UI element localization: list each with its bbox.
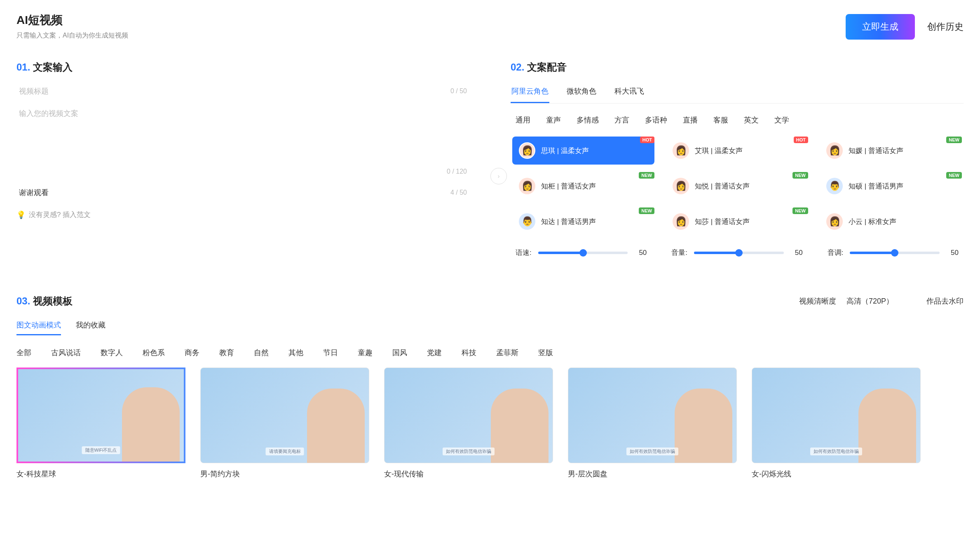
- template-caption: 如何有效防范电信诈骗: [810, 448, 862, 455]
- ending-text-input[interactable]: 谢谢观看: [19, 188, 49, 198]
- template-category-tab[interactable]: 教育: [219, 348, 234, 358]
- new-badge: NEW: [792, 172, 808, 179]
- template-name: 男-简约方块: [200, 469, 369, 479]
- slider-label: 音调:: [828, 248, 844, 257]
- voice-category-tab[interactable]: 英文: [744, 115, 759, 125]
- template-card[interactable]: 如何有效防范电信诈骗男-层次圆盘: [568, 368, 737, 479]
- clarity-label: 视频清晰度: [799, 297, 836, 305]
- template-thumbnail: 如何有效防范电信诈骗: [568, 368, 737, 463]
- new-badge: NEW: [792, 207, 808, 214]
- voice-label: 思琪 | 温柔女声: [541, 146, 589, 155]
- slider[interactable]: [694, 252, 784, 254]
- avatar-icon: 👩: [519, 178, 535, 194]
- avatar-icon: 👨: [826, 178, 843, 194]
- page-title: AI短视频: [16, 12, 128, 28]
- template-category-tab[interactable]: 竖版: [538, 348, 553, 358]
- new-badge: NEW: [946, 172, 962, 179]
- template-card[interactable]: 如何有效防范电信诈骗女-现代传输: [384, 368, 553, 479]
- title-counter: 0 / 50: [450, 87, 467, 95]
- bulb-icon: 💡: [16, 210, 26, 219]
- template-category-tab[interactable]: 全部: [16, 348, 31, 358]
- clarity-select[interactable]: 高清（720P）: [846, 297, 893, 305]
- template-category-tab[interactable]: 商务: [185, 348, 199, 358]
- slider[interactable]: [538, 252, 628, 254]
- voice-category-tab[interactable]: 多情感: [577, 115, 599, 125]
- voice-card[interactable]: 👩知莎 | 普通话女声NEW: [666, 207, 808, 236]
- voice-category-tab[interactable]: 方言: [614, 115, 629, 125]
- avatar-icon: 👩: [826, 142, 843, 159]
- template-category-tab[interactable]: 国风: [392, 348, 407, 358]
- provider-tab[interactable]: 科大讯飞: [614, 86, 645, 103]
- voice-label: 知媛 | 普通话女声: [849, 146, 903, 155]
- voice-category-tab[interactable]: 客服: [713, 115, 728, 125]
- template-category-tab[interactable]: 数字人: [101, 348, 123, 358]
- voice-label: 知达 | 普通话男声: [541, 217, 596, 226]
- voice-card[interactable]: 👨知硕 | 普通话男声NEW: [820, 172, 962, 200]
- new-badge: NEW: [639, 172, 654, 179]
- page-subtitle: 只需输入文案，AI自动为你生成短视频: [16, 31, 128, 40]
- section1-number: 01.: [16, 61, 30, 73]
- template-card[interactable]: 随意WiFi不乱点女-科技星球: [16, 368, 185, 479]
- avatar-icon: 👩: [673, 142, 689, 159]
- voice-card[interactable]: 👨知达 | 普通话男声NEW: [512, 207, 654, 236]
- history-link[interactable]: 创作历史: [927, 21, 964, 33]
- voice-category-tab[interactable]: 童声: [546, 115, 561, 125]
- presenter-figure: [858, 389, 916, 463]
- voice-category-tab[interactable]: 多语种: [645, 115, 667, 125]
- template-thumbnail: 请填要闻充电标: [200, 368, 369, 463]
- video-content-input[interactable]: 输入您的视频文案: [19, 108, 78, 118]
- new-badge: NEW: [639, 207, 654, 214]
- template-category-tab[interactable]: 古风说话: [51, 348, 81, 358]
- section2-title: 文案配音: [527, 61, 567, 73]
- voice-category-tab[interactable]: 直播: [683, 115, 698, 125]
- template-category-tab[interactable]: 孟菲斯: [496, 348, 518, 358]
- remove-watermark-link[interactable]: 作品去水印: [926, 296, 964, 306]
- template-category-tab[interactable]: 节日: [323, 348, 338, 358]
- hot-badge: HOT: [794, 137, 808, 143]
- slider[interactable]: [850, 252, 940, 254]
- voice-card[interactable]: 👩小云 | 标准女声: [820, 207, 962, 236]
- section3-number: 03.: [16, 295, 30, 306]
- voice-label: 艾琪 | 温柔女声: [695, 146, 743, 155]
- chevron-right-icon: ›: [498, 173, 500, 179]
- mode-tab[interactable]: 我的收藏: [76, 320, 106, 335]
- template-category-tab[interactable]: 自然: [254, 348, 269, 358]
- avatar-icon: 👨: [519, 213, 535, 230]
- next-arrow-button[interactable]: ›: [490, 168, 507, 184]
- voice-card[interactable]: 👩知柜 | 普通话女声NEW: [512, 172, 654, 200]
- slider-label: 音量:: [671, 248, 687, 257]
- presenter-figure: [675, 389, 732, 463]
- avatar-icon: 👩: [519, 142, 535, 159]
- template-caption: 请填要闻充电标: [266, 448, 304, 455]
- slider-value: 50: [634, 249, 647, 257]
- voice-card[interactable]: 👩知悦 | 普通话女声NEW: [666, 172, 808, 200]
- presenter-figure: [122, 387, 180, 462]
- template-name: 女-闪烁光线: [752, 469, 921, 479]
- template-category-tab[interactable]: 童趣: [358, 348, 373, 358]
- video-title-input[interactable]: 视频标题: [19, 86, 49, 96]
- voice-card[interactable]: 👩艾琪 | 温柔女声HOT: [666, 137, 808, 165]
- provider-tab[interactable]: 微软角色: [566, 86, 597, 103]
- voice-card[interactable]: 👩知媛 | 普通话女声NEW: [820, 137, 962, 165]
- template-caption: 如何有效防范电信诈骗: [626, 448, 678, 455]
- template-card[interactable]: 如何有效防范电信诈骗女-闪烁光线: [752, 368, 921, 479]
- hot-badge: HOT: [640, 137, 654, 143]
- template-category-tab[interactable]: 粉色系: [143, 348, 165, 358]
- section2-number: 02.: [511, 61, 524, 73]
- template-name: 男-层次圆盘: [568, 469, 737, 479]
- mode-tab[interactable]: 图文动画模式: [16, 320, 61, 335]
- voice-category-tab[interactable]: 通用: [516, 115, 530, 125]
- avatar-icon: 👩: [673, 178, 689, 194]
- voice-card[interactable]: 👩思琪 | 温柔女声HOT: [512, 137, 654, 165]
- template-category-tab[interactable]: 科技: [462, 348, 476, 358]
- insert-sample-link[interactable]: 没有灵感? 插入范文: [29, 210, 91, 219]
- generate-button[interactable]: 立即生成: [846, 14, 915, 40]
- voice-category-tab[interactable]: 文学: [774, 115, 789, 125]
- voice-label: 知硕 | 普通话男声: [849, 181, 903, 191]
- voice-label: 知悦 | 普通话女声: [695, 181, 750, 191]
- template-card[interactable]: 请填要闻充电标男-简约方块: [200, 368, 369, 479]
- provider-tab[interactable]: 阿里云角色: [511, 86, 549, 103]
- template-category-tab[interactable]: 其他: [288, 348, 303, 358]
- template-category-tab[interactable]: 党建: [427, 348, 442, 358]
- new-badge: NEW: [946, 137, 962, 143]
